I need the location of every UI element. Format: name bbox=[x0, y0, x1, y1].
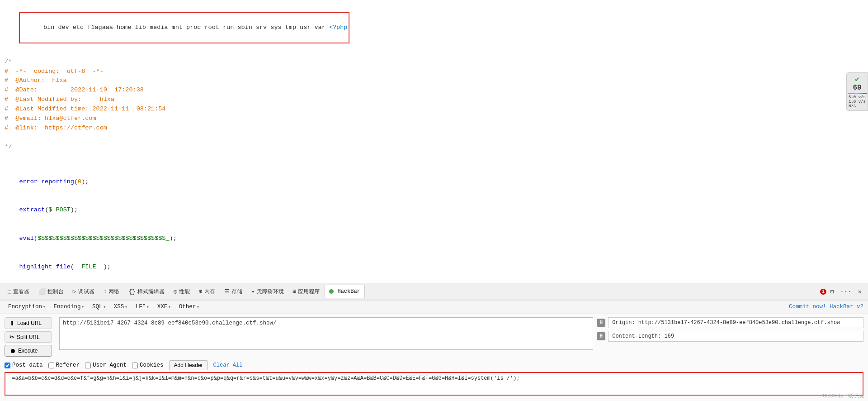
tab-style-editor[interactable]: {} 样式编辑器 bbox=[124, 285, 169, 298]
code-area: bin dev etc f1agaaa home lib media mnt p… bbox=[0, 0, 868, 283]
score-row-1: 1.0 v/s bbox=[848, 100, 867, 104]
comment-line-5: # @Last Modified time: 2022-11-11 08:21:… bbox=[5, 105, 863, 114]
responsive-button[interactable]: ⊡ bbox=[827, 286, 836, 297]
checkbox-user-agent[interactable]: User Agent bbox=[85, 362, 127, 368]
tab-accessibility[interactable]: ✦ 无障碍环境 bbox=[247, 285, 288, 298]
url-input-wrapper: http://5131be17-4267-4324-8e89-eef840e53… bbox=[59, 317, 593, 357]
execute-button[interactable]: ⏺ Execute bbox=[5, 345, 52, 357]
score-unit-0: v/s bbox=[859, 95, 866, 100]
cookies-checkbox[interactable] bbox=[132, 363, 138, 368]
checkbox-cookies[interactable]: Cookies bbox=[132, 362, 164, 368]
url-input[interactable]: http://5131be17-4267-4324-8e89-eef840e53… bbox=[59, 317, 593, 350]
tab-storage[interactable]: ☰ 存储 bbox=[220, 285, 246, 298]
sql-chevron-icon: ▾ bbox=[103, 305, 105, 310]
code-empty bbox=[5, 158, 863, 168]
code-eval: eval($$$$$$$$$$$$$$$$$$$$$$$$$$$$$$$$$$$… bbox=[5, 224, 863, 253]
hackbar-headers-panel: H Origin: http://5131be17-4267-4324-8e89… bbox=[597, 317, 863, 357]
execute-icon: ⏺ bbox=[9, 347, 16, 354]
hackbar-checkboxes: Post data Referer User Agent Cookies Add… bbox=[0, 358, 868, 372]
tab-inspector-label: 查看器 bbox=[13, 288, 29, 296]
performance-icon: ◎ bbox=[174, 288, 177, 295]
tab-memory[interactable]: ⊛ 内存 bbox=[195, 285, 219, 298]
commit-now-link[interactable]: Commit now! HackBar v2 bbox=[789, 304, 863, 310]
hackbar-buttons-column: ⬆ Load URL ✂ Split URL ⏺ Execute bbox=[5, 317, 52, 357]
apps-icon: ⊞ bbox=[293, 288, 297, 295]
tab-console[interactable]: ⬜ 控制台 bbox=[34, 285, 68, 298]
clear-all-button[interactable]: Clear All bbox=[213, 362, 243, 368]
upload-icon: ⬆ bbox=[9, 320, 15, 327]
comment-line-8 bbox=[5, 133, 863, 143]
watermark: CSDN @一纸·荒芜 bbox=[823, 392, 864, 399]
checkbox-referer[interactable]: Referer bbox=[48, 362, 80, 368]
comment-line-9: */ bbox=[5, 143, 863, 152]
tab-inspector[interactable]: ⬚ 查看器 bbox=[4, 285, 33, 298]
encoding-chevron-icon: ▾ bbox=[81, 305, 84, 310]
highlight-box: bin dev etc f1agaaa home lib media mnt p… bbox=[19, 12, 349, 43]
devtools-bar: ⬚ 查看器 ⬜ 控制台 ▷ 调试器 ↕ 网络 {} 样式编辑器 ◎ 性能 ⊛ 内… bbox=[0, 283, 868, 300]
hackbar-dot-icon bbox=[329, 289, 334, 294]
score-bar bbox=[848, 93, 867, 94]
menu-other[interactable]: Other ▾ bbox=[175, 302, 203, 311]
user-agent-checkbox[interactable] bbox=[85, 363, 91, 368]
score-row-0: 5.0 v/s bbox=[848, 95, 867, 100]
score-row-2: N/A bbox=[848, 104, 867, 109]
network-icon: ↕ bbox=[104, 288, 107, 295]
tab-debugger-label: 调试器 bbox=[78, 288, 94, 296]
tab-style-label: 样式编辑器 bbox=[137, 288, 165, 296]
post-data-input[interactable]: =a&a=b&b=c&c=d&d=e&e=f&f=g&g=h&h=i&i=j&j… bbox=[5, 372, 863, 396]
tab-apps-label: 应用程序 bbox=[298, 288, 320, 296]
cookies-label: Cookies bbox=[140, 362, 164, 368]
menu-xss[interactable]: XSS ▾ bbox=[110, 302, 131, 311]
hackbar-menu: Encryption ▾ Encoding ▾ SQL ▾ XSS ▾ LFI … bbox=[0, 301, 868, 314]
header-value-0: Origin: http://5131be17-4267-4324-8e89-e… bbox=[608, 317, 863, 328]
referer-checkbox[interactable] bbox=[48, 363, 54, 368]
other-chevron-icon: ▾ bbox=[197, 305, 199, 310]
header-row-1: H Content-Length: 169 bbox=[597, 331, 863, 342]
tab-storage-label: 存储 bbox=[231, 288, 242, 296]
header-value-1: Content-Length: 169 bbox=[608, 331, 863, 342]
tab-apps[interactable]: ⊞ 应用程序 bbox=[289, 285, 324, 298]
menu-xxe[interactable]: XXE ▾ bbox=[154, 302, 175, 311]
tab-performance-label: 性能 bbox=[179, 288, 190, 296]
comment-line-0: /* bbox=[5, 57, 863, 67]
storage-icon: ☰ bbox=[224, 288, 230, 295]
header-badge-0: H bbox=[597, 319, 605, 327]
menu-encoding[interactable]: Encoding ▾ bbox=[50, 302, 87, 311]
menu-sql[interactable]: SQL ▾ bbox=[89, 302, 109, 311]
lfi-chevron-icon: ▾ bbox=[146, 305, 149, 310]
scissors-icon: ✂ bbox=[9, 334, 14, 340]
add-header-button[interactable]: Add Header bbox=[169, 360, 208, 370]
debugger-icon: ▷ bbox=[73, 288, 76, 295]
ls-output: bin dev etc f1agaaa home lib media mnt p… bbox=[43, 24, 329, 31]
code-error-reporting: error_reporting(0); bbox=[5, 168, 863, 196]
score-check-icon: ✔ bbox=[848, 75, 867, 84]
split-url-button[interactable]: ✂ Split URL bbox=[5, 331, 52, 343]
menu-encryption[interactable]: Encryption ▾ bbox=[5, 302, 49, 311]
tab-console-label: 控制台 bbox=[47, 288, 64, 296]
encryption-chevron-icon: ▾ bbox=[43, 305, 45, 310]
xxe-chevron-icon: ▾ bbox=[168, 305, 170, 310]
hackbar-post-data-wrapper: =a&a=b&b=c&c=d&d=e&e=f&f=g&g=h&h=i&i=j&j… bbox=[5, 372, 863, 397]
close-button[interactable]: ✕ bbox=[855, 286, 864, 297]
tab-hackbar-label: HackBar bbox=[337, 288, 360, 295]
tab-debugger[interactable]: ▷ 调试器 bbox=[69, 285, 99, 298]
code-extract: extract($_POST); bbox=[5, 196, 863, 225]
comment-line-2: # @Author: hlxa bbox=[5, 76, 863, 86]
hackbar-body: ⬆ Load URL ✂ Split URL ⏺ Execute http://… bbox=[0, 314, 868, 358]
more-button[interactable]: ··· bbox=[837, 286, 854, 297]
hackbar-panel: Encryption ▾ Encoding ▾ SQL ▾ XSS ▾ LFI … bbox=[0, 300, 868, 401]
referer-label: Referer bbox=[56, 362, 80, 368]
tab-performance[interactable]: ◎ 性能 bbox=[170, 285, 194, 298]
checkbox-post-data[interactable]: Post data bbox=[5, 362, 43, 368]
comment-line-3: # @Date: 2022-11-10 17:20:38 bbox=[5, 86, 863, 95]
load-url-button[interactable]: ⬆ Load URL bbox=[5, 317, 52, 329]
tab-network[interactable]: ↕ 网络 bbox=[99, 285, 124, 298]
code-highlight: highlight_file(__FILE__); bbox=[5, 253, 863, 282]
tab-hackbar[interactable]: HackBar bbox=[325, 285, 364, 298]
post-data-checkbox[interactable] bbox=[5, 363, 10, 368]
accessibility-icon: ✦ bbox=[251, 288, 255, 295]
hackbar-left: ⬆ Load URL ✂ Split URL ⏺ Execute http://… bbox=[5, 317, 593, 357]
error-badge: 1 bbox=[820, 289, 826, 295]
post-data-label: Post data bbox=[12, 362, 43, 368]
menu-lfi[interactable]: LFI ▾ bbox=[132, 302, 153, 311]
